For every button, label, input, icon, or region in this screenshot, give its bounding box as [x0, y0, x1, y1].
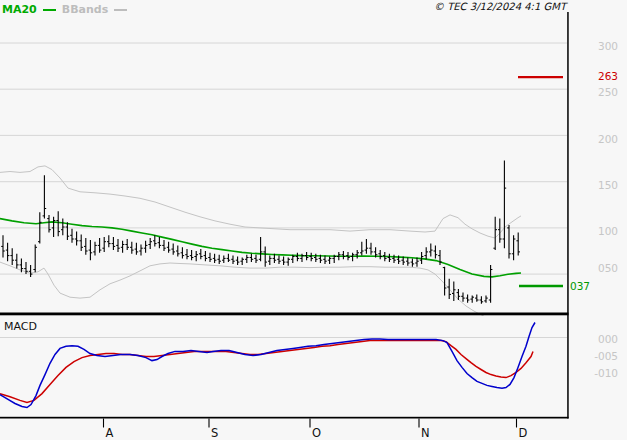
bbands-legend-dash-icon — [114, 9, 127, 11]
macd-line — [0, 323, 535, 408]
macd-panel-label: MACD — [4, 320, 37, 333]
bollinger-lower-band — [0, 262, 484, 316]
ma20-legend-label: MA20 — [2, 3, 37, 16]
macd-panel — [0, 323, 567, 408]
month-label-D: D — [519, 426, 528, 440]
bollinger-upper-band — [0, 166, 521, 238]
month-label-O: O — [312, 426, 321, 440]
bbands-legend-label: BBands — [62, 3, 108, 16]
price-axis-label-050: 050 — [598, 262, 618, 274]
copyright-text: © TEC 3/12/2024 4:1 GMT — [434, 1, 566, 12]
month-label-A: A — [106, 426, 114, 440]
price-axis-label-200: 200 — [598, 133, 618, 145]
price-axis-label-263: 263 — [598, 70, 618, 82]
price-panel — [0, 77, 563, 316]
macd-signal-line — [0, 341, 533, 403]
price-axis-label-150: 150 — [598, 179, 618, 191]
chart-bottom-border — [0, 417, 569, 419]
price-axis-label-250: 250 — [598, 86, 618, 98]
price-axis-label-100: 100 — [598, 225, 618, 237]
panel-separator — [0, 313, 569, 316]
price-axis-labels: 300263250200150100050037 — [570, 40, 618, 292]
price-axis-label-037: 037 — [570, 280, 590, 292]
chart-right-border — [567, 12, 569, 419]
month-label-S: S — [211, 426, 218, 440]
panel-borders — [0, 12, 569, 419]
price-axis-label-300: 300 — [598, 40, 618, 52]
stock-chart: ASOND300263250200150100050037000-005-010… — [0, 0, 627, 440]
month-label-N: N — [421, 426, 430, 440]
x-axis: ASOND — [104, 419, 528, 440]
chart-canvas: ASOND300263250200150100050037000-005-010 — [0, 0, 627, 440]
ma20-legend-dash-icon — [43, 9, 56, 11]
macd-axis-label--010: -010 — [594, 367, 618, 379]
macd-axis-labels: 000-005-010 — [594, 333, 618, 379]
macd-axis-label-000: 000 — [598, 333, 618, 345]
price-gridlines — [0, 43, 567, 274]
legend: MA20 BBands — [2, 3, 127, 16]
macd-axis-label--005: -005 — [594, 350, 618, 362]
